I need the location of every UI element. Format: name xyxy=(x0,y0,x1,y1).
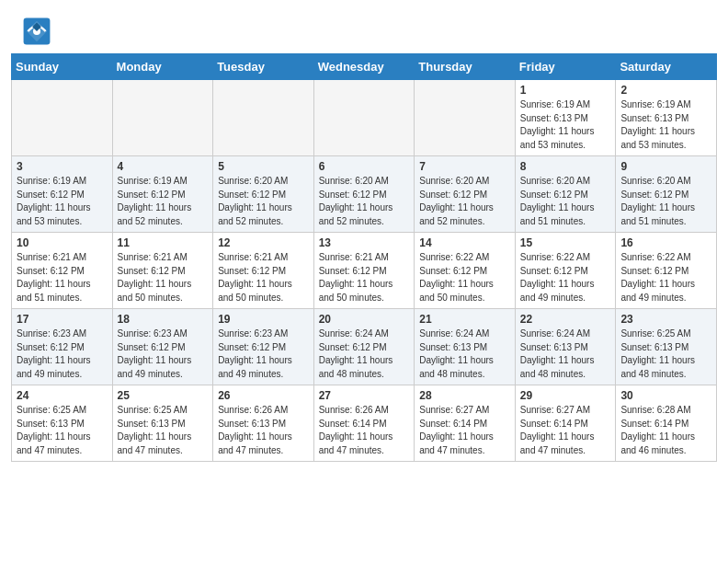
week-row-3: 17Sunrise: 6:23 AM Sunset: 6:12 PM Dayli… xyxy=(12,309,717,385)
day-info: Sunrise: 6:19 AM Sunset: 6:12 PM Dayligh… xyxy=(118,175,209,228)
day-cell: 25Sunrise: 6:25 AM Sunset: 6:13 PM Dayli… xyxy=(112,385,213,462)
day-info: Sunrise: 6:25 AM Sunset: 6:13 PM Dayligh… xyxy=(118,404,209,457)
day-cell: 12Sunrise: 6:21 AM Sunset: 6:12 PM Dayli… xyxy=(213,233,314,309)
day-number: 7 xyxy=(419,160,510,173)
day-cell xyxy=(213,80,314,156)
logo xyxy=(22,17,53,46)
day-cell: 5Sunrise: 6:20 AM Sunset: 6:12 PM Daylig… xyxy=(213,156,314,233)
day-info: Sunrise: 6:23 AM Sunset: 6:12 PM Dayligh… xyxy=(218,327,309,381)
day-cell: 14Sunrise: 6:22 AM Sunset: 6:12 PM Dayli… xyxy=(415,233,516,309)
day-number: 14 xyxy=(419,236,510,249)
weekday-friday: Friday xyxy=(515,54,616,80)
day-info: Sunrise: 6:24 AM Sunset: 6:12 PM Dayligh… xyxy=(319,327,410,381)
day-number: 6 xyxy=(319,160,410,173)
header xyxy=(0,0,728,53)
day-cell xyxy=(415,80,516,156)
logo-icon xyxy=(22,17,51,46)
weekday-monday: Monday xyxy=(112,54,213,80)
day-cell xyxy=(12,80,113,156)
day-cell: 2Sunrise: 6:19 AM Sunset: 6:13 PM Daylig… xyxy=(616,80,717,156)
day-info: Sunrise: 6:22 AM Sunset: 6:12 PM Dayligh… xyxy=(419,251,510,304)
day-cell: 7Sunrise: 6:20 AM Sunset: 6:12 PM Daylig… xyxy=(415,156,516,233)
day-info: Sunrise: 6:24 AM Sunset: 6:13 PM Dayligh… xyxy=(520,327,611,381)
calendar-wrap: SundayMondayTuesdayWednesdayThursdayFrid… xyxy=(0,53,728,473)
day-number: 18 xyxy=(118,313,209,326)
day-number: 29 xyxy=(520,389,611,402)
day-cell: 6Sunrise: 6:20 AM Sunset: 6:12 PM Daylig… xyxy=(313,156,415,233)
day-cell: 22Sunrise: 6:24 AM Sunset: 6:13 PM Dayli… xyxy=(515,309,616,385)
day-number: 23 xyxy=(620,313,711,326)
day-cell: 4Sunrise: 6:19 AM Sunset: 6:12 PM Daylig… xyxy=(112,156,213,233)
week-row-2: 10Sunrise: 6:21 AM Sunset: 6:12 PM Dayli… xyxy=(12,233,717,309)
weekday-saturday: Saturday xyxy=(616,54,717,80)
day-cell: 13Sunrise: 6:21 AM Sunset: 6:12 PM Dayli… xyxy=(313,233,415,309)
day-info: Sunrise: 6:27 AM Sunset: 6:14 PM Dayligh… xyxy=(520,404,611,457)
day-number: 2 xyxy=(620,84,711,97)
day-info: Sunrise: 6:25 AM Sunset: 6:13 PM Dayligh… xyxy=(17,404,108,457)
day-number: 19 xyxy=(218,313,309,326)
day-number: 9 xyxy=(620,160,711,173)
week-row-4: 24Sunrise: 6:25 AM Sunset: 6:13 PM Dayli… xyxy=(12,385,717,462)
day-number: 1 xyxy=(520,84,611,97)
day-number: 27 xyxy=(319,389,410,402)
calendar-table: SundayMondayTuesdayWednesdayThursdayFrid… xyxy=(11,53,717,462)
day-info: Sunrise: 6:21 AM Sunset: 6:12 PM Dayligh… xyxy=(118,251,209,304)
week-row-1: 3Sunrise: 6:19 AM Sunset: 6:12 PM Daylig… xyxy=(12,156,717,233)
weekday-wednesday: Wednesday xyxy=(313,54,415,80)
day-number: 5 xyxy=(218,160,309,173)
day-info: Sunrise: 6:19 AM Sunset: 6:12 PM Dayligh… xyxy=(17,175,108,228)
day-number: 21 xyxy=(419,313,510,326)
day-info: Sunrise: 6:21 AM Sunset: 6:12 PM Dayligh… xyxy=(319,251,410,304)
day-info: Sunrise: 6:26 AM Sunset: 6:13 PM Dayligh… xyxy=(218,404,309,457)
day-cell: 30Sunrise: 6:28 AM Sunset: 6:14 PM Dayli… xyxy=(616,385,717,462)
day-info: Sunrise: 6:20 AM Sunset: 6:12 PM Dayligh… xyxy=(419,175,510,228)
day-cell xyxy=(112,80,213,156)
day-number: 16 xyxy=(620,236,711,249)
day-number: 25 xyxy=(118,389,209,402)
day-number: 15 xyxy=(520,236,611,249)
day-cell: 1Sunrise: 6:19 AM Sunset: 6:13 PM Daylig… xyxy=(515,80,616,156)
weekday-sunday: Sunday xyxy=(12,54,113,80)
day-number: 24 xyxy=(17,389,108,402)
day-info: Sunrise: 6:22 AM Sunset: 6:12 PM Dayligh… xyxy=(520,251,611,304)
day-number: 10 xyxy=(17,236,108,249)
weekday-header-row: SundayMondayTuesdayWednesdayThursdayFrid… xyxy=(12,54,717,80)
weekday-thursday: Thursday xyxy=(415,54,516,80)
day-info: Sunrise: 6:20 AM Sunset: 6:12 PM Dayligh… xyxy=(520,175,611,228)
day-cell: 18Sunrise: 6:23 AM Sunset: 6:12 PM Dayli… xyxy=(112,309,213,385)
day-info: Sunrise: 6:26 AM Sunset: 6:14 PM Dayligh… xyxy=(319,404,410,457)
day-number: 8 xyxy=(520,160,611,173)
week-row-0: 1Sunrise: 6:19 AM Sunset: 6:13 PM Daylig… xyxy=(12,80,717,156)
page: SundayMondayTuesdayWednesdayThursdayFrid… xyxy=(0,0,728,473)
day-cell: 11Sunrise: 6:21 AM Sunset: 6:12 PM Dayli… xyxy=(112,233,213,309)
day-cell: 21Sunrise: 6:24 AM Sunset: 6:13 PM Dayli… xyxy=(415,309,516,385)
day-info: Sunrise: 6:19 AM Sunset: 6:13 PM Dayligh… xyxy=(620,98,711,152)
day-number: 17 xyxy=(17,313,108,326)
weekday-tuesday: Tuesday xyxy=(213,54,314,80)
day-number: 28 xyxy=(419,389,510,402)
day-cell: 28Sunrise: 6:27 AM Sunset: 6:14 PM Dayli… xyxy=(415,385,516,462)
day-info: Sunrise: 6:22 AM Sunset: 6:12 PM Dayligh… xyxy=(620,251,711,304)
day-cell xyxy=(313,80,415,156)
day-info: Sunrise: 6:20 AM Sunset: 6:12 PM Dayligh… xyxy=(620,175,711,228)
day-cell: 17Sunrise: 6:23 AM Sunset: 6:12 PM Dayli… xyxy=(12,309,113,385)
day-info: Sunrise: 6:21 AM Sunset: 6:12 PM Dayligh… xyxy=(17,251,108,304)
day-cell: 27Sunrise: 6:26 AM Sunset: 6:14 PM Dayli… xyxy=(313,385,415,462)
day-cell: 9Sunrise: 6:20 AM Sunset: 6:12 PM Daylig… xyxy=(616,156,717,233)
day-cell: 10Sunrise: 6:21 AM Sunset: 6:12 PM Dayli… xyxy=(12,233,113,309)
day-cell: 20Sunrise: 6:24 AM Sunset: 6:12 PM Dayli… xyxy=(313,309,415,385)
day-info: Sunrise: 6:23 AM Sunset: 6:12 PM Dayligh… xyxy=(17,327,108,381)
day-info: Sunrise: 6:21 AM Sunset: 6:12 PM Dayligh… xyxy=(218,251,309,304)
day-cell: 24Sunrise: 6:25 AM Sunset: 6:13 PM Dayli… xyxy=(12,385,113,462)
day-number: 11 xyxy=(118,236,209,249)
day-number: 4 xyxy=(118,160,209,173)
day-cell: 8Sunrise: 6:20 AM Sunset: 6:12 PM Daylig… xyxy=(515,156,616,233)
day-cell: 19Sunrise: 6:23 AM Sunset: 6:12 PM Dayli… xyxy=(213,309,314,385)
day-number: 30 xyxy=(620,389,711,402)
day-number: 13 xyxy=(319,236,410,249)
day-info: Sunrise: 6:20 AM Sunset: 6:12 PM Dayligh… xyxy=(319,175,410,228)
day-cell: 16Sunrise: 6:22 AM Sunset: 6:12 PM Dayli… xyxy=(616,233,717,309)
day-info: Sunrise: 6:28 AM Sunset: 6:14 PM Dayligh… xyxy=(620,404,711,457)
day-cell: 3Sunrise: 6:19 AM Sunset: 6:12 PM Daylig… xyxy=(12,156,113,233)
day-number: 26 xyxy=(218,389,309,402)
